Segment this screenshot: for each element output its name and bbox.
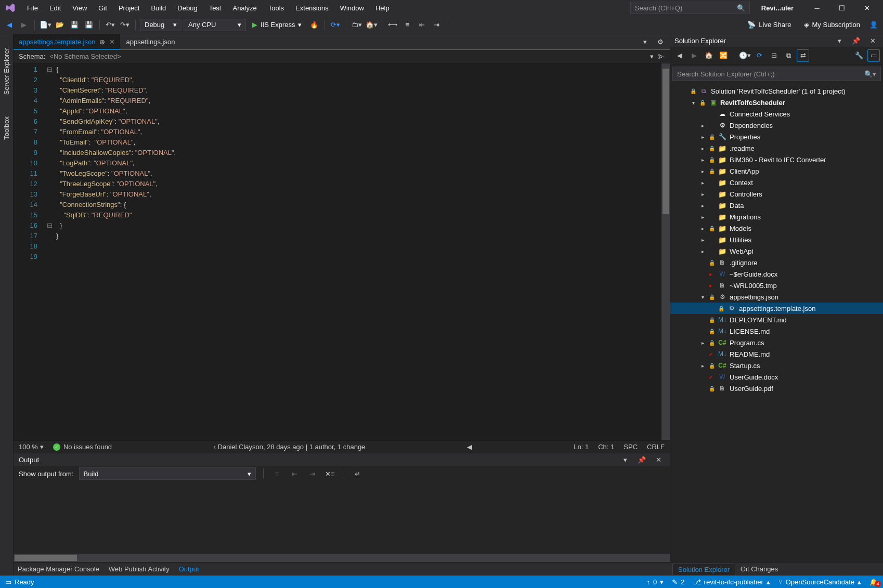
expander-icon[interactable]: ▸ — [699, 146, 706, 151]
publish-button[interactable]: 🏠▾ — [365, 19, 378, 31]
tree-node[interactable]: ▸Controllers — [670, 188, 883, 200]
undo-button[interactable]: ↶▾ — [104, 19, 116, 31]
indent-button[interactable]: ⟷ — [386, 19, 399, 31]
solution-config-combo[interactable]: Debug▾ — [140, 19, 181, 31]
expander-icon[interactable]: ▸ — [699, 168, 706, 174]
bottom-tab-output[interactable]: Output — [179, 565, 199, 573]
tree-node[interactable]: ▾🔒⚙appsettings.json — [670, 291, 883, 303]
switch-views-button[interactable]: 🔀 — [717, 49, 730, 62]
pin-icon[interactable]: ⊕ — [99, 38, 105, 46]
menu-edit[interactable]: Edit — [44, 2, 66, 14]
tree-node[interactable]: ●W~$erGuide.docx — [670, 268, 883, 280]
notifications-button[interactable]: 🔔4 — [869, 578, 878, 586]
show-all-files-button[interactable]: ⧉ — [782, 49, 795, 62]
tree-node[interactable]: 🔒⧉Solution 'RevitToIfcScheduler' (1 of 1… — [670, 85, 883, 97]
tree-node[interactable]: ▸🔒C#Startup.cs — [670, 360, 883, 371]
nav-back-button[interactable]: ◀ — [673, 49, 686, 62]
expander-icon[interactable]: ▾ — [690, 100, 696, 106]
output-source-combo[interactable]: Build▾ — [79, 467, 256, 480]
refresh-button[interactable]: ⟳▾ — [329, 19, 342, 31]
menu-view[interactable]: View — [67, 2, 92, 14]
menu-help[interactable]: Help — [370, 2, 395, 14]
collapse-all-button[interactable]: ⊟ — [768, 49, 780, 62]
minimize-button[interactable]: ─ — [805, 0, 829, 16]
expander-icon[interactable]: ▸ — [699, 180, 706, 186]
menu-project[interactable]: Project — [113, 2, 145, 14]
indent-icon[interactable]: ⇥ — [430, 19, 443, 31]
tree-node[interactable]: ▸Utilities — [670, 234, 883, 245]
solution-platform-combo[interactable]: Any CPU▾ — [184, 19, 246, 31]
branch-name[interactable]: ⑂OpenSourceCandidate▴ — [778, 578, 861, 586]
bottom-tab-web-publish-activity[interactable]: Web Publish Activity — [109, 565, 170, 573]
tree-node[interactable]: ▸Context — [670, 177, 883, 188]
maximize-button[interactable]: ☐ — [830, 0, 854, 16]
schema-value[interactable]: <No Schema Selected> — [49, 53, 650, 60]
pin-icon[interactable]: 📌 — [635, 453, 648, 466]
home-button[interactable]: 🏠 — [703, 49, 715, 62]
menu-extensions[interactable]: Extensions — [290, 2, 334, 14]
menu-git[interactable]: Git — [93, 2, 112, 14]
bottom-tab-package-manager-console[interactable]: Package Manager Console — [18, 565, 99, 573]
line-indicator[interactable]: Ln: 1 — [574, 443, 589, 451]
tree-node[interactable]: ▸WebApi — [670, 245, 883, 257]
chevron-down-icon[interactable]: ▾ — [650, 53, 654, 60]
hot-reload-button[interactable]: 🔥 — [308, 19, 320, 31]
tree-node[interactable]: ▸🔒🔧Properties — [670, 131, 883, 142]
panel-dropdown-button[interactable]: ▾ — [619, 453, 631, 466]
split-icon[interactable]: ⫸ — [658, 53, 665, 60]
solution-tree[interactable]: 🔒⧉Solution 'RevitToIfcScheduler' (1 of 1… — [670, 83, 883, 562]
track-active-toggle[interactable]: ⇄ — [797, 49, 809, 62]
tree-node[interactable]: ▸Migrations — [670, 211, 883, 223]
nav-forward-button[interactable]: ▶ — [688, 49, 700, 62]
new-item-button[interactable]: 📄▾ — [39, 19, 51, 31]
tree-node[interactable]: ▸🔒.readme — [670, 142, 883, 154]
browse-button[interactable]: 🗀▾ — [350, 19, 363, 31]
tab-appsettings[interactable]: appsettings.json — [121, 34, 180, 49]
pending-changes-filter-button[interactable]: 🕓▾ — [738, 49, 751, 62]
word-wrap-button[interactable]: ↵ — [352, 467, 364, 480]
tree-node[interactable]: ▸🔒BIM360 - Revit to IFC Converter — [670, 154, 883, 165]
tree-node[interactable]: ▸🔒ClientApp — [670, 165, 883, 177]
issues-indicator[interactable]: ✓No issues found — [53, 443, 112, 451]
menu-test[interactable]: Test — [204, 2, 227, 14]
fold-column[interactable]: ⊟ ⊟ — [45, 63, 54, 440]
tree-node[interactable]: ✔WUserGuide.docx — [670, 371, 883, 383]
unpushed-commits[interactable]: ↑0▾ — [647, 578, 664, 586]
menu-file[interactable]: File — [22, 2, 43, 14]
goto-next-button[interactable]: ⇥ — [306, 467, 319, 480]
expander-icon[interactable]: ▸ — [699, 249, 706, 254]
menu-build[interactable]: Build — [146, 2, 171, 14]
char-indicator[interactable]: Ch: 1 — [598, 443, 614, 451]
close-panel-button[interactable]: ✕ — [866, 34, 879, 47]
find-message-button[interactable]: ≡ — [271, 467, 283, 480]
vertical-scrollbar[interactable] — [661, 63, 670, 440]
right-tab-git-changes[interactable]: Git Changes — [735, 564, 783, 574]
solution-explorer-search[interactable]: Search Solution Explorer (Ctrl+;) 🔍▾ — [672, 67, 881, 81]
my-subscription-button[interactable]: ◈My Subscription — [799, 21, 865, 29]
expander-icon[interactable]: ▸ — [699, 214, 706, 220]
nav-left-icon[interactable]: ◀ — [467, 443, 472, 451]
eol-indicator[interactable]: CRLF — [647, 443, 665, 451]
tree-node[interactable]: ▸🔒Models — [670, 223, 883, 234]
tree-node[interactable]: ▾🔒▣RevitToIfcScheduler — [670, 97, 883, 108]
right-tab-solution-explorer[interactable]: Solution Explorer — [672, 564, 735, 575]
properties-button[interactable]: 🔧 — [853, 49, 865, 62]
expander-icon[interactable]: ▾ — [699, 294, 706, 300]
account-button[interactable]: 👤 — [867, 19, 880, 31]
nav-back-button[interactable]: ◀ — [3, 19, 16, 31]
outdent-icon[interactable]: ⇤ — [415, 19, 428, 31]
tab-settings-button[interactable]: ⚙ — [654, 36, 667, 48]
tree-node[interactable]: 🔒M↓LICENSE.md — [670, 325, 883, 337]
close-panel-button[interactable]: ✕ — [652, 453, 665, 466]
zoom-control[interactable]: 100 %▾ — [19, 443, 44, 451]
tree-node[interactable]: ▸⚙Dependencies — [670, 120, 883, 131]
repository-name[interactable]: ⎇revit-to-ifc-publisher▴ — [693, 578, 770, 586]
scrollbar-thumb[interactable] — [663, 69, 669, 214]
expander-icon[interactable]: ▸ — [699, 363, 706, 369]
save-all-button[interactable]: 💾 — [83, 19, 95, 31]
open-button[interactable]: 📂 — [54, 19, 66, 31]
menu-tools[interactable]: Tools — [263, 2, 289, 14]
rail-toolbox[interactable]: Toolbox — [2, 113, 11, 143]
sync-button[interactable]: ⟳ — [753, 49, 765, 62]
tree-node[interactable]: 🔒🗎.gitignore — [670, 257, 883, 268]
